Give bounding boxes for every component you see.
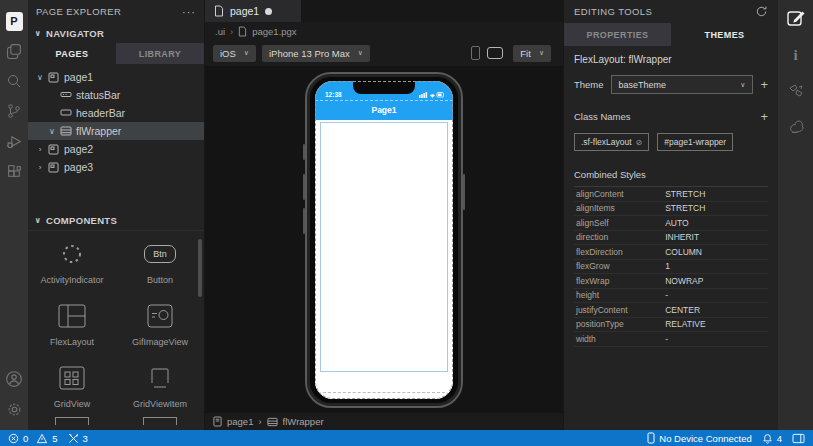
account-icon[interactable] <box>0 364 28 394</box>
tab-themes[interactable]: THEMES <box>671 23 778 46</box>
editing-tools-panel: EDITING TOOLS PROPERTIES THEMES FlexLayo… <box>563 0 778 430</box>
component-gifimageview[interactable]: GifImageView <box>116 293 204 355</box>
ui-editor-icon[interactable] <box>786 8 806 28</box>
class-names-row: Class Names + <box>574 110 768 123</box>
preview-page-body[interactable] <box>315 120 453 399</box>
status-bar: 0 5 3 No Device Connected 4 <box>0 430 813 446</box>
page-explorer-icon[interactable]: P <box>0 6 28 36</box>
style-row[interactable]: alignContentSTRETCH <box>574 187 768 202</box>
modified-dot-icon <box>265 8 272 15</box>
gridviewitem-icon <box>147 363 173 393</box>
remove-class-icon[interactable]: ⊘ <box>636 138 643 147</box>
style-row[interactable]: directionINHERIT <box>574 231 768 246</box>
file-icon <box>214 5 224 17</box>
breadcrumb-file[interactable]: page1.pgx <box>252 26 296 37</box>
chevron-right-icon[interactable]: › <box>36 163 44 172</box>
tab-library[interactable]: LIBRARY <box>116 43 204 64</box>
preview-page-title: Page1 <box>371 105 396 115</box>
style-row[interactable]: alignItemsSTRETCH <box>574 202 768 217</box>
design-canvas[interactable]: 12:38 Page1 <box>205 66 563 413</box>
page-explorer-title: PAGE EXPLORER <box>36 6 121 17</box>
tools-icon <box>68 433 79 444</box>
file-icon <box>238 26 247 37</box>
chevron-down-icon: ∨ <box>358 49 363 57</box>
components-label: COMPONENTS <box>46 215 117 226</box>
style-row[interactable]: height- <box>574 289 768 304</box>
modules-icon[interactable] <box>0 156 28 186</box>
style-row[interactable]: width- <box>574 332 768 347</box>
tree-item-headerbar[interactable]: headerBar <box>28 104 204 122</box>
search-icon[interactable] <box>0 66 28 96</box>
class-chip[interactable]: .sf-flexLayout ⊘ <box>574 133 649 151</box>
style-row[interactable]: flexDirectionCOLUMN <box>574 245 768 260</box>
portrait-icon[interactable] <box>471 46 480 60</box>
editor-tab-page1[interactable]: page1 <box>205 0 301 22</box>
style-row[interactable]: positionTypeRELATIVE <box>574 318 768 333</box>
tab-properties[interactable]: PROPERTIES <box>564 23 671 46</box>
chevron-down-icon[interactable]: ∨ <box>48 127 56 136</box>
device-connection-status[interactable]: No Device Connected <box>647 432 751 444</box>
style-row[interactable]: alignSelfAUTO <box>574 216 768 231</box>
style-row[interactable]: flexGrow1 <box>574 260 768 275</box>
selected-element-label: FlexLayout: flWrapper <box>574 54 768 65</box>
breadcrumb-element[interactable]: flWrapper <box>283 416 324 427</box>
component-button[interactable]: Btn Button <box>116 231 204 293</box>
flexlayout-icon <box>60 126 72 136</box>
copy-pages-icon[interactable] <box>0 36 28 66</box>
source-control-icon[interactable] <box>0 96 28 126</box>
tree-item-page1[interactable]: ∨ page1 <box>28 68 204 86</box>
chevron-down-icon[interactable]: ∨ <box>36 73 44 82</box>
page-explorer-header: PAGE EXPLORER ··· <box>28 0 204 23</box>
device-select[interactable]: iPhone 13 Pro Max∨ <box>262 45 370 62</box>
landscape-icon[interactable] <box>487 47 503 59</box>
style-row[interactable]: flexWrapNOWRAP <box>574 274 768 289</box>
tree-item-statusbar[interactable]: statusBar <box>28 86 204 104</box>
add-theme-button[interactable]: + <box>760 78 768 91</box>
device-screen[interactable]: 12:38 Page1 <box>315 81 453 399</box>
components-section-header[interactable]: ∨ COMPONENTS <box>28 210 204 230</box>
bell-icon <box>762 433 773 444</box>
os-select[interactable]: iOS∨ <box>213 45 256 62</box>
preview-headerbar[interactable]: Page1 <box>315 100 453 120</box>
preview-flwrapper-selected[interactable] <box>320 122 448 372</box>
editor-breadcrumb: .ui › page1.pgx <box>205 22 563 40</box>
editing-tools-title: EDITING TOOLS <box>574 6 652 17</box>
breadcrumb-folder[interactable]: .ui <box>215 26 225 37</box>
style-row[interactable]: justifyContentCENTER <box>574 303 768 318</box>
theme-select[interactable]: baseTheme ∨ <box>611 75 754 94</box>
flexlayout-icon <box>267 417 278 427</box>
combined-styles-label: Combined Styles <box>574 169 768 180</box>
add-class-button[interactable]: + <box>760 110 768 123</box>
editor-toolbar: iOS∨ iPhone 13 Pro Max∨ Fit∨ <box>205 40 563 66</box>
components-scrollbar[interactable] <box>198 239 202 297</box>
tree-item-page3[interactable]: › page3 <box>28 158 204 176</box>
mascot-icon[interactable] <box>787 118 805 136</box>
settings-gear-icon[interactable] <box>0 394 28 424</box>
component-flexlayout[interactable]: FlexLayout <box>28 293 116 355</box>
more-actions-icon[interactable]: ··· <box>182 6 196 18</box>
layout-toggle[interactable] <box>792 433 805 444</box>
refresh-icon[interactable] <box>755 5 768 18</box>
combined-styles-table: alignContentSTRETCH alignItemsSTRETCH al… <box>574 186 768 347</box>
info-icon[interactable]: i <box>793 46 797 64</box>
tab-pages[interactable]: PAGES <box>28 43 116 64</box>
navigator-section-header[interactable]: ∨ NAVIGATOR <box>28 23 204 43</box>
breadcrumb-page[interactable]: page1 <box>227 416 253 427</box>
component-gridview[interactable]: GridView <box>28 355 116 417</box>
tree-item-page2[interactable]: › page2 <box>28 140 204 158</box>
component-gridviewitem[interactable]: GridViewItem <box>116 355 204 417</box>
zoom-select[interactable]: Fit∨ <box>513 45 551 62</box>
interactions-icon[interactable] <box>787 82 805 100</box>
activity-bar: P <box>0 0 28 430</box>
statusbar-icon <box>60 90 72 100</box>
problems-indicator[interactable]: 0 5 <box>8 433 58 444</box>
notifications-indicator[interactable]: 4 <box>762 433 782 444</box>
chevron-right-icon[interactable]: › <box>36 145 44 154</box>
class-chip[interactable]: #page1-wrapper <box>657 133 733 151</box>
tree-item-flwrapper[interactable]: ∨ flWrapper <box>28 122 204 140</box>
component-activityindicator[interactable]: ActivityIndicator <box>28 231 116 293</box>
debug-icon[interactable] <box>0 126 28 156</box>
tasks-indicator[interactable]: 3 <box>68 433 88 444</box>
page-tree: ∨ page1 statusBar headerBar ∨ flWrapper <box>28 68 204 176</box>
page-icon <box>48 162 60 172</box>
